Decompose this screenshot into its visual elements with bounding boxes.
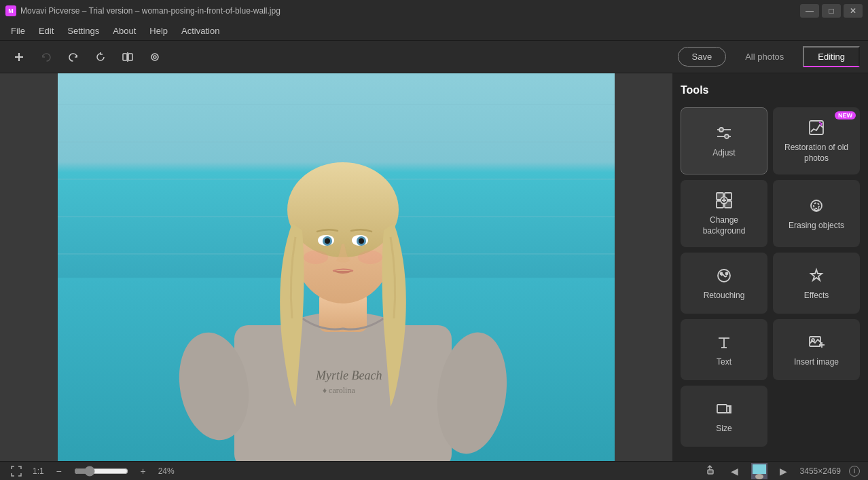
undo-button[interactable] bbox=[35, 46, 57, 68]
statusbar: 1:1 − + 24% ◀ ▶ 3455×2469 i bbox=[0, 461, 868, 480]
refresh-button[interactable] bbox=[90, 46, 111, 68]
window-title: Movavi Picverse – Trial version – woman-… bbox=[20, 6, 281, 16]
main-content: Myrtle Beach ♦ carolina bbox=[0, 73, 868, 461]
svg-rect-55 bbox=[708, 470, 713, 474]
restoration-icon bbox=[807, 118, 826, 137]
photo-container: Myrtle Beach ♦ carolina bbox=[58, 73, 615, 461]
text-label: Text bbox=[717, 357, 731, 368]
titlebar-left: M Movavi Picverse – Trial version – woma… bbox=[5, 5, 281, 16]
menu-help[interactable]: Help bbox=[144, 24, 173, 38]
svg-rect-57 bbox=[753, 464, 766, 474]
app-icon: M bbox=[5, 5, 16, 16]
size-icon bbox=[715, 399, 734, 418]
effects-label: Effects bbox=[804, 291, 829, 301]
tool-adjust[interactable]: Adjust bbox=[681, 107, 767, 174]
redo-button[interactable] bbox=[62, 46, 84, 68]
svg-point-58 bbox=[755, 474, 763, 479]
nav-prev-button[interactable]: ◀ bbox=[727, 463, 743, 479]
menubar: File Edit Settings About Help Activation bbox=[0, 22, 868, 41]
menu-file[interactable]: File bbox=[5, 24, 31, 38]
menu-edit[interactable]: Edit bbox=[33, 24, 59, 38]
compare-button[interactable] bbox=[117, 46, 139, 68]
svg-point-5 bbox=[151, 54, 158, 60]
fit-button[interactable] bbox=[8, 463, 24, 479]
zoom-level-label: 24% bbox=[158, 466, 175, 476]
toolbar: Save All photos Editing bbox=[0, 41, 868, 73]
tool-insert-image[interactable]: Insert image bbox=[773, 319, 860, 380]
insertimage-label: Insert image bbox=[794, 357, 839, 368]
svg-point-30 bbox=[358, 251, 382, 264]
svg-point-33 bbox=[719, 128, 723, 132]
text-icon bbox=[715, 333, 734, 352]
menu-activation[interactable]: Activation bbox=[176, 24, 225, 38]
svg-point-27 bbox=[325, 238, 330, 244]
svg-point-44 bbox=[721, 272, 723, 274]
svg-point-28 bbox=[359, 238, 364, 244]
close-button[interactable]: ✕ bbox=[844, 4, 863, 18]
pan-tool-button[interactable] bbox=[702, 463, 719, 479]
maximize-button[interactable]: □ bbox=[822, 4, 841, 18]
add-button[interactable] bbox=[8, 46, 30, 68]
zoom-out-button[interactable]: − bbox=[52, 464, 66, 478]
svg-point-42 bbox=[814, 203, 819, 208]
svg-point-29 bbox=[304, 251, 328, 264]
svg-rect-2 bbox=[123, 54, 127, 60]
titlebar: M Movavi Picverse – Trial version – woma… bbox=[0, 0, 868, 22]
new-badge: NEW bbox=[835, 111, 856, 119]
titlebar-controls: — □ ✕ bbox=[800, 4, 863, 18]
adjust-label: Adjust bbox=[712, 148, 735, 159]
save-button[interactable]: Save bbox=[678, 47, 727, 67]
restoration-label: Restoration of old photos bbox=[781, 143, 852, 164]
tab-all-photos[interactable]: All photos bbox=[731, 48, 797, 66]
photo-canvas: Myrtle Beach ♦ carolina bbox=[58, 73, 615, 461]
svg-point-45 bbox=[726, 272, 728, 274]
svg-point-34 bbox=[725, 134, 729, 139]
zoom-slider[interactable] bbox=[74, 466, 128, 477]
changebg-icon bbox=[715, 191, 734, 210]
erasing-icon bbox=[807, 196, 826, 215]
adjust-icon bbox=[715, 124, 734, 143]
svg-point-6 bbox=[153, 56, 156, 58]
tool-change-background[interactable]: Change background bbox=[681, 180, 767, 247]
preview-button[interactable] bbox=[144, 46, 166, 68]
tools-title: Tools bbox=[681, 84, 860, 96]
image-dimensions: 3455×2469 bbox=[800, 466, 841, 476]
tool-retouching[interactable]: Retouching bbox=[681, 253, 767, 314]
minimize-button[interactable]: — bbox=[800, 4, 819, 18]
size-label: Size bbox=[716, 424, 731, 435]
retouching-icon bbox=[715, 266, 734, 285]
erasing-label: Erasing objects bbox=[789, 221, 844, 232]
tool-erasing[interactable]: Erasing objects bbox=[773, 180, 860, 247]
zoom-ratio-label: 1:1 bbox=[33, 466, 44, 476]
svg-rect-53 bbox=[717, 405, 727, 413]
menu-settings[interactable]: Settings bbox=[62, 24, 105, 38]
info-icon[interactable]: i bbox=[849, 466, 860, 477]
menu-about[interactable]: About bbox=[107, 24, 141, 38]
svg-text:Myrtle Beach: Myrtle Beach bbox=[315, 369, 382, 382]
right-panel: Tools Adjust NEW Rest bbox=[672, 73, 868, 461]
tool-size[interactable]: Size bbox=[681, 386, 767, 447]
svg-point-41 bbox=[811, 200, 822, 211]
tab-editing[interactable]: Editing bbox=[803, 46, 860, 67]
photo-thumbnail[interactable] bbox=[751, 463, 767, 479]
svg-point-50 bbox=[812, 339, 814, 341]
nav-next-button[interactable]: ▶ bbox=[776, 463, 792, 479]
svg-point-22 bbox=[287, 162, 399, 257]
tool-restoration[interactable]: NEW Restoration of old photos bbox=[773, 107, 860, 174]
retouching-label: Retouching bbox=[704, 291, 745, 301]
svg-rect-3 bbox=[128, 54, 132, 60]
zoom-in-button[interactable]: + bbox=[137, 464, 150, 478]
effects-icon bbox=[807, 266, 826, 285]
tool-text[interactable]: Text bbox=[681, 319, 767, 380]
svg-text:♦ carolina: ♦ carolina bbox=[323, 386, 355, 395]
tool-effects[interactable]: Effects bbox=[773, 253, 860, 314]
insertimage-icon bbox=[807, 333, 826, 352]
canvas-area[interactable]: Myrtle Beach ♦ carolina bbox=[0, 73, 672, 461]
changebg-label: Change background bbox=[689, 215, 759, 236]
tools-grid: Adjust NEW Restoration of old photos bbox=[681, 107, 860, 447]
